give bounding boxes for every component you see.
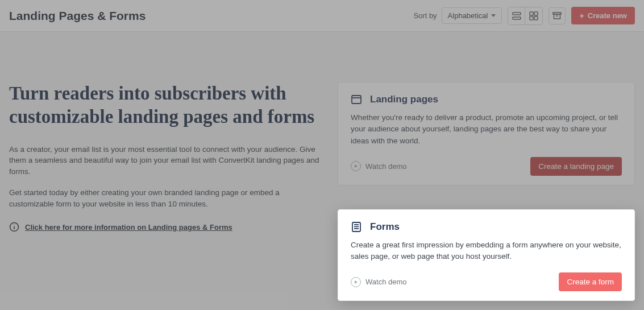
card-title: Landing pages	[370, 94, 438, 105]
card-footer: Watch demo Create a form	[351, 272, 622, 291]
form-icon	[351, 221, 362, 233]
page-title: Landing Pages & Forms	[9, 9, 413, 23]
watch-demo-label: Watch demo	[365, 162, 407, 171]
svg-rect-12	[352, 96, 361, 104]
cards-column: Landing pages Whether you're ready to de…	[338, 48, 635, 301]
hero-paragraph-2: Get started today by either creating you…	[9, 187, 321, 209]
sort-by-label: Sort by	[413, 11, 437, 20]
play-icon	[351, 277, 361, 287]
landing-pages-card: Landing pages Whether you're ready to de…	[338, 82, 635, 185]
create-new-label: Create new	[588, 11, 627, 20]
chevron-down-icon	[491, 14, 496, 17]
svg-rect-0	[513, 13, 521, 15]
card-title: Forms	[370, 221, 400, 233]
view-toggle-group	[508, 7, 543, 25]
list-icon	[512, 11, 521, 20]
play-icon	[351, 161, 361, 171]
archive-button[interactable]	[549, 7, 566, 24]
watch-demo-link[interactable]: Watch demo	[351, 277, 407, 287]
svg-rect-3	[534, 12, 538, 15]
hero-section: Turn readers into subscribers with custo…	[2, 48, 321, 301]
card-description: Create a great first impression by embed…	[351, 239, 622, 263]
create-form-button[interactable]: Create a form	[559, 272, 622, 291]
main-content: Turn readers into subscribers with custo…	[0, 32, 644, 310]
svg-rect-1	[513, 17, 521, 19]
card-description: Whether you're ready to deliver a produc…	[351, 112, 622, 147]
create-landing-page-button[interactable]: Create a landing page	[530, 157, 622, 176]
info-icon	[9, 222, 19, 232]
svg-rect-2	[530, 12, 533, 15]
sort-select-value: Alphabetical	[448, 11, 488, 20]
watch-demo-link[interactable]: Watch demo	[351, 161, 407, 171]
forms-card: Forms Create a great first impression by…	[338, 209, 635, 301]
svg-point-11	[14, 225, 14, 225]
landing-page-icon	[351, 94, 362, 105]
card-header: Forms	[351, 221, 622, 233]
hero-headline: Turn readers into subscribers with custo…	[9, 82, 321, 129]
sort-select[interactable]: Alphabetical	[442, 7, 502, 24]
archive-icon	[552, 11, 562, 20]
grid-icon	[529, 11, 538, 20]
card-footer: Watch demo Create a landing page	[351, 157, 622, 176]
info-link[interactable]: Click here for more information on Landi…	[25, 223, 232, 232]
svg-rect-5	[534, 16, 538, 20]
hero-paragraph-1: As a creator, your email list is your mo…	[9, 144, 321, 177]
topbar: Landing Pages & Forms Sort by Alphabetic…	[0, 0, 644, 32]
plus-icon: +	[579, 12, 584, 20]
view-grid-button[interactable]	[525, 7, 542, 24]
view-list-button[interactable]	[508, 7, 525, 24]
watch-demo-label: Watch demo	[365, 278, 407, 286]
svg-rect-4	[530, 16, 533, 20]
info-row: Click here for more information on Landi…	[9, 222, 321, 232]
create-new-button[interactable]: + Create new	[571, 7, 635, 24]
card-header: Landing pages	[351, 94, 622, 105]
svg-rect-7	[554, 14, 560, 19]
